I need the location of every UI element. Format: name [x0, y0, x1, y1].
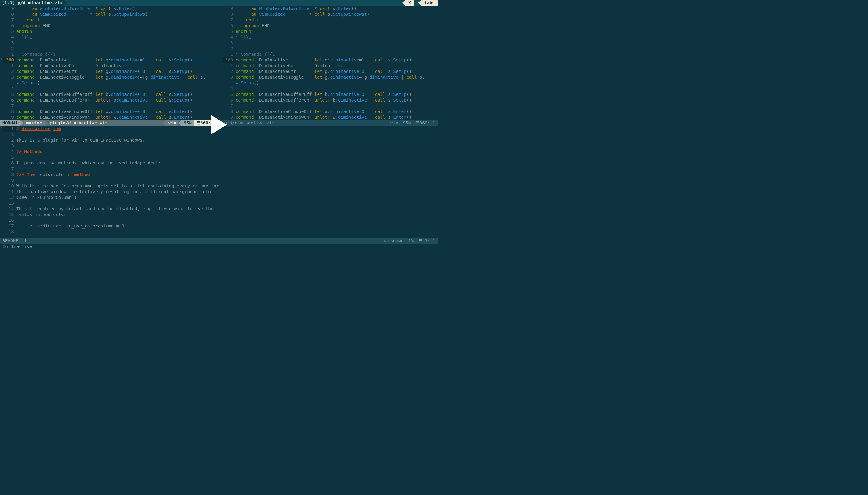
line-number: 5	[3, 29, 16, 34]
code-line[interactable]: 5endfun	[0, 29, 219, 34]
code-line[interactable]: '360command! DimInactive let g:diminacti…	[0, 57, 219, 63]
code-line[interactable]: 2command! DimInactiveOff let g:diminacti…	[0, 69, 219, 74]
line-number: 360	[3, 57, 16, 63]
code-line[interactable]: 16	[0, 218, 438, 223]
code-line[interactable]: 4" }}}1	[219, 34, 438, 40]
code-line[interactable]: 3command! DimInactiveToggle let g:dimina…	[219, 74, 438, 80]
sign-column: .	[0, 63, 3, 69]
code-line[interactable]: 10With this method `colorcolumn` gets se…	[0, 183, 438, 189]
code-line[interactable]: 5endfun	[219, 29, 438, 34]
line-number: 12	[3, 194, 16, 200]
code-line[interactable]: 2This is a plugin for Vim to dim inactiv…	[0, 137, 438, 143]
code-line[interactable]: .1command! DimInactiveOn DimInactive	[0, 63, 219, 69]
code-line[interactable]: ↳ Setup()	[0, 80, 219, 86]
line-number: 16	[3, 218, 16, 223]
code-line[interactable]: 2	[219, 46, 438, 52]
code-line[interactable]: 1" Commands {{{1	[0, 52, 219, 57]
code-text: endfun	[236, 29, 438, 34]
code-line[interactable]: ↳ Setup()	[219, 80, 438, 86]
code-line[interactable]: 7	[0, 166, 438, 172]
tab-active[interactable]: [1.3] p/diminactive.vim	[0, 0, 64, 6]
editor-pane-left[interactable]: 9 au WinEnter,BufWinEnter * call s:Enter…	[0, 6, 219, 126]
sign-column	[0, 194, 3, 200]
code-line[interactable]: 17 let g:diminactive_use_colorcolumn = 0	[0, 223, 438, 229]
sign-column	[0, 200, 3, 206]
code-text: " Commands {{{1	[16, 52, 219, 57]
line-number: 7	[3, 166, 16, 172]
tabline-right: X tabs	[402, 0, 438, 6]
tab-close-button[interactable]: X	[405, 0, 414, 6]
code-line[interactable]: 9command! DimInactiveWindowOn unlet! w:d…	[0, 115, 219, 120]
tabs-button[interactable]: tabs	[421, 0, 438, 6]
code-line[interactable]: 7	[0, 103, 219, 109]
code-line[interactable]: 11the inactive windows, effectively resu…	[0, 189, 438, 194]
code-line[interactable]: 8command! DimInactiveWindowOff let w:dim…	[0, 109, 219, 115]
code-line[interactable]: 8 au VimResized * call s:SetupWindows()	[219, 12, 438, 17]
code-line[interactable]: 6command! DimInactiveBufferOn unlet! b:d…	[0, 97, 219, 103]
line-number: 17	[3, 223, 16, 229]
code-line[interactable]: 15syntax method only:	[0, 212, 438, 218]
code-text	[236, 103, 438, 109]
code-line[interactable]: 9	[0, 177, 438, 183]
code-text: command! DimInactive let g:diminactive=1…	[236, 57, 438, 63]
code-line[interactable]: 6command! DimInactiveBufferOn unlet! b:d…	[219, 97, 438, 103]
status-percent: 95%	[401, 120, 413, 126]
code-line[interactable]: 8 au VimResized * call s:SetupWindows()	[0, 12, 219, 17]
code-line[interactable]: 2command! DimInactiveOff let g:diminacti…	[219, 69, 438, 74]
command-line[interactable]: :DimInactive	[0, 244, 438, 250]
code-line[interactable]: 8command! DimInactiveWindowOff let w:dim…	[219, 109, 438, 115]
code-line[interactable]: 3	[0, 40, 219, 46]
sign-column	[0, 189, 3, 194]
readme-pane[interactable]: '1# diminactive.vim12This is a plugin fo…	[0, 126, 438, 238]
code-line[interactable]: 3command! DimInactiveToggle let g:dimina…	[0, 74, 219, 80]
code-line[interactable]: 4" }}}1	[0, 34, 219, 40]
code-line[interactable]: 5command! DimInactiveBufferOff let b:dim…	[0, 91, 219, 97]
line-number: 4	[3, 149, 16, 155]
code-text: command! DimInactiveWindowOn unlet! w:di…	[236, 115, 438, 120]
code-line[interactable]: 8### The `colorcolumn` method	[0, 172, 438, 177]
sign-column	[0, 160, 3, 166]
code-text: au WinEnter,BufWinEnter * call s:Enter()	[236, 6, 438, 12]
code-line[interactable]: 18	[0, 229, 438, 235]
code-line[interactable]: 13	[0, 200, 438, 206]
code-line[interactable]: 5	[0, 155, 438, 160]
sign-column: '	[219, 57, 222, 63]
status-file: …gin/diminactive.vim	[219, 120, 277, 126]
sign-column	[0, 149, 3, 155]
statusline-inactive: …gin/diminactive.vimvim95%☰360: 1	[219, 120, 438, 126]
code-line[interactable]: 3	[0, 143, 438, 149]
code-line[interactable]: 3	[219, 40, 438, 46]
sign-column	[0, 223, 3, 229]
sign-column	[0, 6, 3, 12]
code-line[interactable]: 1" Commands {{{1	[219, 52, 438, 57]
code-line[interactable]: 4## Methods	[0, 149, 438, 155]
code-line[interactable]: 7 endif	[0, 17, 219, 23]
line-number: 7	[3, 103, 16, 109]
code-line[interactable]: 9command! DimInactiveWindowOn unlet! w:d…	[219, 115, 438, 120]
line-number: 8	[222, 109, 236, 115]
code-line[interactable]: 9 au WinEnter,BufWinEnter * call s:Enter…	[219, 6, 438, 12]
code-line[interactable]: 4	[219, 86, 438, 91]
code-line[interactable]: 2	[0, 46, 219, 52]
code-text	[16, 46, 219, 52]
code-line[interactable]: 5command! DimInactiveBufferOff let b:dim…	[219, 91, 438, 97]
code-line[interactable]: 7 endif	[219, 17, 438, 23]
status-filetype: vim	[166, 120, 178, 126]
sign-column: '	[0, 57, 3, 63]
code-line[interactable]: 14This is enabled by default and can be …	[0, 206, 438, 212]
code-line[interactable]: 4	[0, 86, 219, 91]
code-line[interactable]: .1command! DimInactiveOn DimInactive	[219, 63, 438, 69]
code-line[interactable]: 9 au WinEnter,BufWinEnter * call s:Enter…	[0, 6, 219, 12]
code-line[interactable]: 12(see `hl-CursorColumn`).	[0, 194, 438, 200]
code-line[interactable]: 6It provides two methods, which can be u…	[0, 160, 438, 166]
code-line[interactable]: 1	[0, 132, 438, 137]
code-line[interactable]: '1# diminactive.vim	[0, 126, 438, 132]
code-text: command! DimInactive let g:diminactive=1…	[16, 57, 219, 63]
code-line[interactable]: 7	[219, 103, 438, 109]
code-line[interactable]: '360command! DimInactive let g:diminacti…	[219, 57, 438, 63]
code-text	[16, 143, 438, 149]
code-line[interactable]: 6 augroup END	[0, 23, 219, 29]
code-line[interactable]: 6 augroup END	[219, 23, 438, 29]
code-text	[16, 155, 438, 160]
editor-pane-right[interactable]: 9 au WinEnter,BufWinEnter * call s:Enter…	[219, 6, 438, 126]
